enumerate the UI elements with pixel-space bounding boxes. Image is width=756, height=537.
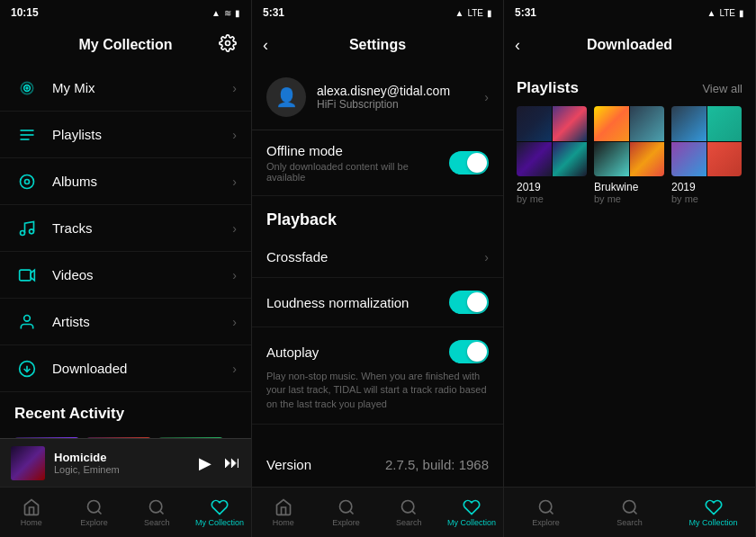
- playlist-art-3: [671, 106, 742, 176]
- account-chevron: ›: [484, 90, 489, 104]
- lte-icon-2: LTE: [467, 8, 483, 18]
- nav-explore-1[interactable]: Explore: [63, 498, 126, 527]
- now-playing-bar[interactable]: Homicide Logic, Eminem ▶ ⏭: [0, 438, 251, 487]
- back-button-downloaded[interactable]: ‹: [515, 36, 520, 55]
- version-row: Version 2.7.5, build: 1968: [252, 443, 503, 487]
- playlists-icon: [14, 122, 40, 148]
- menu-item-videos[interactable]: Videos ›: [0, 252, 251, 299]
- play-icon[interactable]: ▶: [199, 453, 212, 473]
- videos-chevron: ›: [232, 268, 237, 282]
- menu-item-tracks[interactable]: Tracks ›: [0, 205, 251, 252]
- nav-collection-2[interactable]: My Collection: [440, 498, 503, 527]
- playlist-art-cell-1b: [553, 106, 588, 141]
- status-icons-2: ▲ LTE ▮: [454, 8, 492, 18]
- svg-line-19: [160, 510, 164, 514]
- my-mix-label: My Mix: [52, 80, 232, 95]
- loudness-row[interactable]: Loudness normalization: [252, 278, 503, 327]
- playback-section-header: Playback: [252, 196, 503, 237]
- nav-explore-2[interactable]: Explore: [315, 498, 378, 527]
- battery-icon-2: ▮: [487, 8, 492, 18]
- menu-item-playlists[interactable]: Playlists ›: [0, 112, 251, 158]
- status-bar-3: 5:31 ▲ LTE ▮: [504, 0, 755, 25]
- nav-explore-label-2: Explore: [332, 518, 360, 527]
- svg-point-22: [402, 500, 414, 512]
- nav-search-1[interactable]: Search: [126, 498, 189, 527]
- status-bar-2: 5:31 ▲ LTE ▮: [252, 0, 503, 25]
- videos-icon: [14, 263, 40, 288]
- account-email: alexa.disney@tidal.com: [317, 84, 484, 98]
- back-button-settings[interactable]: ‹: [263, 36, 268, 55]
- loudness-label: Loudness normalization: [266, 295, 449, 310]
- settings-account-row[interactable]: 👤 alexa.disney@tidal.com HiFi Subscripti…: [252, 65, 503, 130]
- nav-collection-label-1: My Collection: [195, 518, 244, 527]
- autoplay-row[interactable]: Autoplay Play non-stop music. When you a…: [252, 327, 503, 425]
- svg-point-18: [150, 500, 162, 512]
- playlist-card-1[interactable]: 2019 by me: [517, 106, 587, 204]
- menu-item-downloaded[interactable]: Downloaded ›: [0, 345, 251, 392]
- svg-point-3: [26, 87, 28, 89]
- nav-search-label-1: Search: [144, 518, 170, 527]
- crossfade-chevron: ›: [484, 250, 489, 264]
- tracks-chevron: ›: [232, 221, 237, 236]
- menu-item-artists[interactable]: Artists ›: [0, 299, 251, 345]
- downloaded-playlists-title: Playlists: [517, 79, 579, 97]
- albums-icon: [14, 169, 40, 194]
- svg-line-21: [350, 510, 354, 514]
- playlists-label: Playlists: [52, 127, 232, 142]
- version-label: Version: [266, 457, 311, 472]
- signal-icon-1: ▲: [212, 8, 220, 18]
- nav-search-2[interactable]: Search: [378, 498, 441, 527]
- svg-point-16: [87, 500, 99, 512]
- settings-icon[interactable]: [219, 34, 237, 57]
- tracks-label: Tracks: [52, 220, 232, 236]
- lte-icon-3: LTE: [719, 8, 735, 18]
- svg-line-27: [633, 510, 636, 514]
- menu-item-my-mix[interactable]: My Mix ›: [0, 65, 251, 112]
- downloaded-label: Downloaded: [52, 361, 232, 376]
- view-all-link[interactable]: View all: [702, 82, 742, 95]
- now-playing-controls: ▶ ⏭: [199, 453, 240, 473]
- svg-line-17: [98, 510, 102, 514]
- nav-home-1[interactable]: Home: [0, 498, 63, 527]
- playlist-art-cell-2a: [594, 106, 629, 141]
- crossfade-row[interactable]: Crossfade ›: [252, 237, 503, 278]
- downloaded-content: Playlists View all 2019 by me: [504, 65, 755, 487]
- nav-explore-3[interactable]: Explore: [504, 498, 588, 527]
- offline-mode-row[interactable]: Offline mode Only downloaded content wil…: [252, 130, 503, 196]
- status-icons-1: ▲ ≋ ▮: [212, 8, 240, 18]
- settings-title: Settings: [349, 37, 406, 53]
- status-bar-1: 10:15 ▲ ≋ ▮: [0, 0, 251, 25]
- loudness-toggle[interactable]: [449, 291, 489, 314]
- playlist-name-1: 2019: [517, 181, 587, 193]
- now-playing-art: [11, 446, 45, 480]
- offline-mode-toggle[interactable]: [449, 151, 489, 175]
- albums-chevron: ›: [232, 175, 237, 189]
- svg-point-9: [21, 230, 25, 235]
- svg-point-10: [30, 228, 34, 233]
- crossfade-label: Crossfade: [266, 249, 484, 264]
- svg-line-25: [549, 510, 553, 514]
- nav-collection-3[interactable]: My Collection: [671, 498, 755, 527]
- nav-home-2[interactable]: Home: [252, 498, 315, 527]
- offline-mode-label: Offline mode: [266, 143, 449, 158]
- nav-collection-1[interactable]: My Collection: [188, 498, 251, 527]
- account-avatar: 👤: [266, 77, 306, 117]
- playlist-card-2[interactable]: Brukwine by me: [594, 106, 664, 204]
- status-time-3: 5:31: [515, 6, 536, 19]
- nav-search-3[interactable]: Search: [588, 498, 671, 527]
- svg-point-7: [21, 175, 34, 188]
- autoplay-toggle[interactable]: [449, 340, 489, 363]
- signal-icon-3: ▲: [706, 8, 716, 18]
- toggle-knob-loudness: [467, 292, 487, 312]
- menu-item-albums[interactable]: Albums ›: [0, 158, 251, 205]
- playlist-creator-2: by me: [594, 193, 664, 204]
- panel-settings: 5:31 ▲ LTE ▮ ‹ Settings 👤 alexa.disney@t…: [252, 0, 504, 537]
- playlist-name-3: 2019: [671, 181, 742, 193]
- playlist-art-cell-1d: [553, 142, 588, 177]
- playlist-card-3[interactable]: 2019 by me: [671, 106, 742, 204]
- svg-point-24: [539, 500, 551, 512]
- next-icon[interactable]: ⏭: [224, 453, 240, 472]
- nav-search-label-2: Search: [396, 518, 422, 527]
- playlists-chevron: ›: [232, 128, 237, 142]
- svg-point-0: [226, 40, 230, 45]
